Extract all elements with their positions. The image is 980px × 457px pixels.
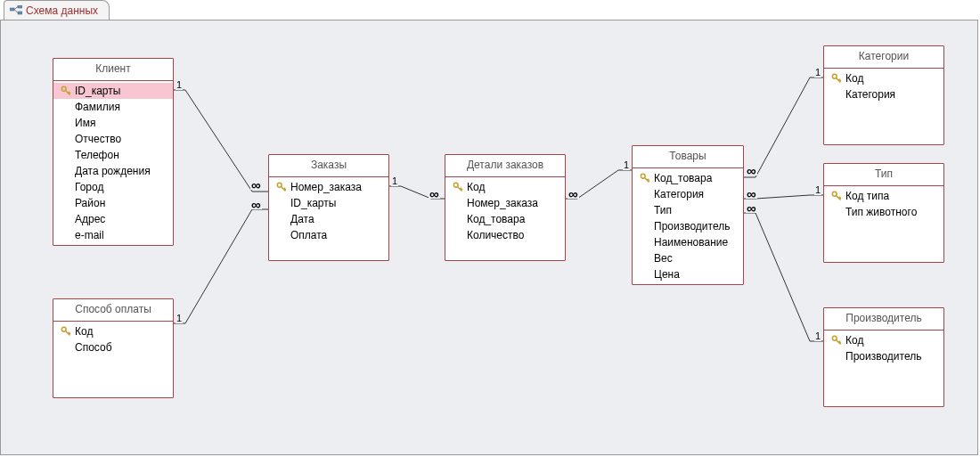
table-fields: КодСпособ [53,322,173,357]
key-slot [451,182,465,192]
key-slot [59,86,73,96]
table-fields: Номер_заказаID_картыДатаОплата [269,177,388,245]
field-name: Имя [73,117,95,129]
field-name: e-mail [73,229,104,241]
table-field[interactable]: Код типа [824,188,943,204]
table-field[interactable]: Наименование [633,234,743,250]
field-name: ID_карты [289,197,336,209]
key-slot [638,173,652,184]
table-order-details[interactable]: Детали заказов КодНомер_заказаКод_товара… [445,154,566,261]
table-field[interactable]: Код [824,70,943,86]
table-field[interactable]: Код_товара [633,170,743,186]
tab-strip: Схема данных [0,0,980,20]
cardinality-one: 1 [391,175,398,186]
cardinality-one: 1 [814,331,821,341]
svg-rect-2 [18,12,22,14]
table-field[interactable]: Категория [633,186,743,202]
key-slot [829,335,844,346]
table-products[interactable]: Товары Код_товараКатегорияТипПроизводите… [632,145,744,285]
key-icon [61,326,71,337]
key-slot [829,191,844,201]
table-field[interactable]: Район [53,195,173,211]
key-icon [831,191,842,201]
field-name: Код [465,181,485,193]
cardinality-many: ∞ [746,190,757,199]
table-field[interactable]: Количество [445,227,565,243]
table-categories[interactable]: Категории КодКатегория [823,45,944,145]
table-fields: Код_товараКатегорияТипПроизводительНаиме… [633,168,743,284]
table-field[interactable]: Код [824,332,943,348]
tab-schema[interactable]: Схема данных [4,0,110,20]
table-field[interactable]: Код [53,323,173,339]
table-orders[interactable]: Заказы Номер_заказаID_картыДатаОплата [268,154,389,261]
table-fields: Код типаТип животного [824,186,943,222]
table-field[interactable]: Вес [633,250,743,266]
field-name: Код типа [844,190,889,202]
field-name: Тип животного [844,206,917,218]
cardinality-one: 1 [176,313,183,323]
table-type[interactable]: Тип Код типаТип животного [823,163,944,263]
table-field[interactable]: Код [445,179,565,195]
key-icon [831,335,842,346]
table-field[interactable]: Дата рождения [53,163,173,179]
cardinality-many: ∞ [429,190,440,199]
key-slot [59,326,73,337]
field-name: Телефон [73,149,119,161]
key-icon [453,182,463,192]
table-client[interactable]: Клиент ID_картыФамилияИмяОтчествоТелефон… [53,58,174,246]
table-title: Тип [824,164,943,186]
cardinality-one: 1 [623,159,630,170]
table-title: Детали заказов [445,155,565,177]
tab-label: Схема данных [26,4,98,17]
table-field[interactable]: Код_товара [445,211,565,227]
field-name: Тип [652,204,672,216]
table-field[interactable]: Тип [633,202,743,218]
field-name: Фамилия [73,101,120,113]
table-fields: КодПроизводитель [824,331,943,366]
table-field[interactable]: Город [53,179,173,195]
field-name: Производитель [844,350,921,363]
key-icon [61,86,71,96]
field-name: Код [844,72,863,85]
table-field[interactable]: Производитель [633,218,743,234]
field-name: Дата рождения [73,165,151,177]
table-field[interactable]: Адрес [53,211,173,227]
table-field[interactable]: Имя [53,115,173,131]
table-field[interactable]: Цена [633,266,743,282]
cardinality-one: 1 [176,79,183,90]
table-field[interactable]: Номер_заказа [269,179,388,195]
table-title: Товары [633,146,743,168]
table-field[interactable]: Способ [53,339,173,355]
field-name: Код [73,325,93,338]
field-name: Вес [652,252,673,265]
table-manufacturer[interactable]: Производитель КодПроизводитель [823,307,944,407]
field-name: Количество [465,229,524,241]
table-payment[interactable]: Способ оплаты КодСпособ [53,298,174,398]
table-title: Производитель [824,308,943,331]
field-name: Район [73,197,105,209]
table-field[interactable]: Категория [824,86,943,102]
table-title: Заказы [269,155,388,177]
table-field[interactable]: e-mail [53,227,173,243]
table-field[interactable]: Телефон [53,147,173,163]
key-slot [274,182,289,192]
relationships-canvas[interactable]: 1 ∞ 1 ∞ 1 ∞ ∞ 1 ∞ 1 ∞ 1 ∞ 1 Клиент ID_ка… [0,20,978,455]
table-field[interactable]: Оплата [269,227,388,243]
table-field[interactable]: Отчество [53,131,173,147]
cardinality-many: ∞ [746,204,757,213]
table-field[interactable]: Производитель [824,348,943,364]
field-name: Оплата [289,229,327,241]
table-field[interactable]: Номер_заказа [445,195,565,211]
table-field[interactable]: Тип животного [824,204,943,220]
table-field[interactable]: Фамилия [53,99,173,115]
field-name: Наименование [652,236,728,249]
table-field[interactable]: ID_карты [53,83,173,99]
table-title: Клиент [53,59,173,81]
cardinality-many: ∞ [746,167,757,175]
table-field[interactable]: Дата [269,211,388,227]
field-name: Город [73,181,103,193]
key-slot [829,73,844,84]
field-name: Номер_заказа [289,181,362,193]
cardinality-one: 1 [814,184,821,195]
table-field[interactable]: ID_карты [269,195,388,211]
